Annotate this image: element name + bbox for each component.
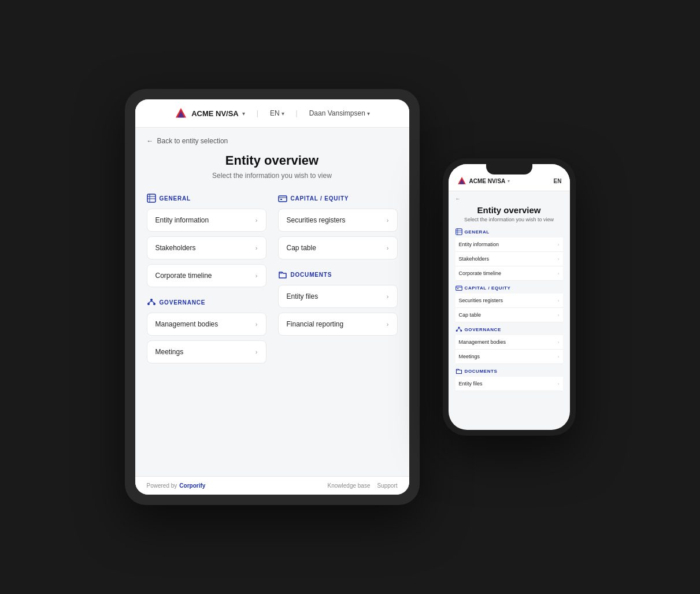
cap-table-label: Cap table — [287, 244, 316, 252]
phone-page-subtitle: Select the information you wish to view — [455, 217, 563, 222]
phone-menu-entity-info[interactable]: Entity information › — [455, 237, 563, 252]
phone-logo-icon — [457, 176, 467, 186]
phone-documents-label: DOCUMENTS — [465, 369, 498, 374]
page-title: Entity overview — [147, 153, 398, 168]
brand-name: ACME NV/SA — [191, 109, 239, 118]
svg-line-26 — [457, 329, 459, 330]
chevron-icon: › — [387, 321, 389, 328]
svg-line-27 — [459, 329, 461, 330]
phone-general-icon — [455, 228, 462, 235]
user-dropdown-icon: ▾ — [367, 110, 370, 117]
menu-item-entity-information[interactable]: Entity information › — [147, 209, 266, 232]
svg-point-6 — [150, 299, 153, 301]
menu-item-meetings[interactable]: Meetings › — [147, 340, 266, 363]
menu-item-cap-table[interactable]: Cap table › — [278, 236, 398, 259]
phone-documents-icon — [455, 367, 462, 374]
phone-chevron: › — [558, 340, 560, 345]
phone-capital-icon — [455, 284, 462, 291]
phone-brand-chevron: ▾ — [508, 179, 510, 184]
phone-menu-securities[interactable]: Securities registers › — [455, 294, 563, 308]
phone-chevron: › — [558, 271, 560, 276]
support-link[interactable]: Support — [377, 482, 397, 489]
phone-section-governance: GOVERNANCE — [455, 326, 563, 333]
left-column: GENERAL Entity information › Stakeholder… — [147, 194, 266, 368]
management-bodies-label: Management bodies — [155, 320, 218, 328]
stakeholders-label: Stakeholders — [155, 244, 196, 252]
tablet-content: ← Back to entity selection Entity overvi… — [135, 128, 409, 476]
phone-section-documents: DOCUMENTS — [455, 367, 563, 374]
phone-chevron: › — [558, 313, 560, 318]
brand-logo[interactable]: ACME NV/SA ▾ — [174, 106, 245, 120]
svg-rect-20 — [455, 286, 462, 291]
phone-general-label: GENERAL — [465, 229, 490, 235]
tablet-header: ACME NV/SA ▾ | EN ▾ | Daan Vansimpsen ▾ — [135, 99, 409, 128]
capital-label-text: CAPITAL / EQUITY — [291, 195, 349, 202]
phone-device: ACME NV/SA ▾ EN ← Entity overview Select… — [443, 158, 576, 436]
capital-icon — [278, 194, 287, 203]
footer-brand: Powered by Corporify — [147, 482, 206, 489]
user-menu[interactable]: Daan Vansimpsen ▾ — [309, 109, 370, 117]
general-label-text: GENERAL — [160, 195, 191, 202]
menu-item-management-bodies[interactable]: Management bodies › — [147, 313, 266, 336]
chevron-icon: › — [255, 348, 258, 355]
page-subtitle: Select the information you wish to view — [147, 172, 398, 180]
governance-label-text: GOVERNANCE — [160, 299, 206, 306]
svg-point-25 — [460, 330, 462, 332]
section-general-label: GENERAL — [147, 194, 266, 203]
header-divider: | — [257, 109, 258, 117]
phone-lang[interactable]: EN — [554, 178, 562, 184]
phone-entity-info-label: Entity information — [459, 242, 499, 247]
phone-governance-icon — [455, 326, 462, 333]
phone-brand[interactable]: ACME NV/SA ▾ — [457, 176, 510, 186]
svg-rect-22 — [457, 288, 458, 289]
menu-item-entity-files[interactable]: Entity files › — [278, 285, 398, 308]
phone-chevron: › — [558, 381, 560, 387]
knowledge-base-link[interactable]: Knowledge base — [328, 482, 371, 489]
svg-point-24 — [455, 330, 457, 332]
powered-by-text: Powered by — [147, 482, 177, 489]
chevron-icon: › — [387, 217, 389, 224]
phone-menu-stakeholders[interactable]: Stakeholders › — [455, 252, 563, 266]
lang-label: EN — [270, 109, 280, 117]
section-governance-label: GOVERNANCE — [147, 298, 266, 307]
back-label: Back to entity selection — [157, 137, 228, 145]
phone-menu-corporate-timeline[interactable]: Corporate timeline › — [455, 266, 563, 281]
phone-corporate-timeline-label: Corporate timeline — [459, 270, 502, 276]
phone-back-link[interactable]: ← — [455, 196, 563, 202]
phone-menu-management-bodies[interactable]: Management bodies › — [455, 335, 563, 350]
entity-files-label: Entity files — [287, 292, 318, 300]
phone-chevron: › — [558, 257, 560, 262]
svg-rect-2 — [147, 194, 155, 202]
tablet-screen: ACME NV/SA ▾ | EN ▾ | Daan Vansimpsen ▾ … — [135, 99, 409, 495]
svg-line-9 — [149, 301, 151, 303]
entity-information-label: Entity information — [155, 216, 209, 224]
menu-item-financial-reporting[interactable]: Financial reporting › — [278, 313, 398, 336]
tablet-footer: Powered by Corporify Knowledge base Supp… — [135, 476, 409, 495]
svg-rect-16 — [455, 229, 462, 235]
svg-point-8 — [153, 303, 155, 305]
phone-content: ← Entity overview Select the information… — [449, 191, 570, 430]
phone-section-general: GENERAL — [455, 228, 563, 235]
chevron-icon: › — [255, 272, 258, 279]
sections-grid: GENERAL Entity information › Stakeholder… — [147, 194, 398, 368]
back-arrow-icon: ← — [147, 137, 154, 145]
lang-selector[interactable]: EN ▾ — [270, 109, 284, 117]
chevron-icon: › — [255, 217, 258, 224]
menu-item-stakeholders[interactable]: Stakeholders › — [147, 236, 266, 259]
phone-stakeholders-label: Stakeholders — [459, 256, 490, 262]
brand-dropdown-icon: ▾ — [242, 110, 245, 117]
phone-menu-cap-table[interactable]: Cap table › — [455, 308, 563, 322]
back-link[interactable]: ← Back to entity selection — [147, 137, 398, 145]
user-name: Daan Vansimpsen — [309, 109, 365, 117]
general-icon — [147, 194, 156, 203]
menu-item-corporate-timeline[interactable]: Corporate timeline › — [147, 264, 266, 287]
svg-rect-13 — [280, 199, 282, 200]
corporify-link[interactable]: Corporify — [179, 482, 205, 489]
menu-item-securities-registers[interactable]: Securities registers › — [278, 209, 398, 232]
phone-menu-entity-files[interactable]: Entity files › — [455, 377, 563, 391]
phone-menu-meetings[interactable]: Meetings › — [455, 350, 563, 364]
chevron-icon: › — [387, 293, 389, 300]
tablet-device: ACME NV/SA ▾ | EN ▾ | Daan Vansimpsen ▾ … — [125, 89, 420, 505]
phone-chevron: › — [558, 298, 560, 303]
chevron-icon: › — [255, 244, 258, 251]
